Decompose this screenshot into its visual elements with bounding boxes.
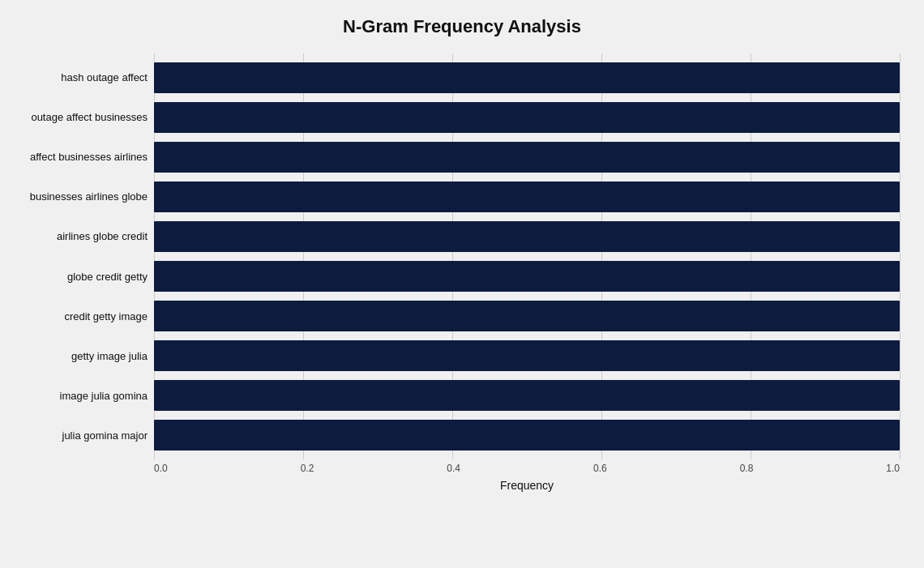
bar-label: julia gomina major (12, 429, 154, 442)
bar-row: image julia gomina (154, 378, 900, 414)
x-tick-2: 0.4 (447, 463, 460, 474)
bar-fill (154, 142, 900, 173)
bar-row: globe credit getty (154, 258, 900, 295)
bar-row: hash outage affect (154, 59, 900, 96)
bar-fill (154, 261, 900, 292)
bar-fill (154, 380, 900, 411)
chart-area: hash outage affectoutage affect business… (8, 53, 916, 492)
chart-container: N-Gram Frequency Analysis hash o (0, 0, 924, 568)
bar-label: image julia gomina (12, 390, 154, 402)
bars-container: hash outage affectoutage affect business… (154, 58, 900, 455)
bar-label: hash outage affect (12, 71, 154, 83)
bar-fill (154, 182, 900, 212)
bar-row: julia gomina major (154, 417, 900, 454)
bar-label: businesses airlines globe (12, 190, 154, 203)
x-tick-labels: 0.0 0.2 0.4 0.6 0.8 1.0 (154, 463, 900, 474)
bar-fill (154, 301, 900, 331)
x-axis-label: Frequency (154, 479, 900, 492)
bar-fill (154, 62, 900, 93)
bar-fill (154, 102, 900, 133)
bar-label: getty image julia (12, 350, 154, 362)
x-tick-3: 0.6 (593, 463, 607, 474)
x-tick-5: 1.0 (886, 463, 900, 474)
bar-row: getty image julia (154, 338, 900, 374)
bar-label: affect businesses airlines (12, 151, 154, 163)
bar-label: outage affect businesses (12, 111, 154, 123)
bar-fill (154, 340, 900, 371)
bar-row: affect businesses airlines (154, 139, 900, 175)
plot-region: hash outage affectoutage affect business… (154, 53, 900, 459)
chart-title: N-Gram Frequency Analysis (8, 16, 916, 37)
x-tick-0: 0.0 (154, 463, 168, 474)
x-axis: 0.0 0.2 0.4 0.6 0.8 1.0 Frequency (8, 463, 916, 492)
bar-label: airlines globe credit (12, 230, 154, 242)
bar-fill (154, 221, 900, 252)
bar-label: globe credit getty (12, 271, 154, 283)
bar-row: outage affect businesses (154, 99, 900, 135)
bar-fill (154, 420, 900, 451)
x-tick-1: 0.2 (301, 463, 314, 474)
bar-label: credit getty image (12, 310, 154, 322)
bar-row: airlines globe credit (154, 218, 900, 254)
x-tick-4: 0.8 (740, 463, 754, 474)
bar-row: businesses airlines globe (154, 178, 900, 215)
x-ticks-area: 0.0 0.2 0.4 0.6 0.8 1.0 Frequency (154, 463, 900, 492)
bar-row: credit getty image (154, 298, 900, 335)
